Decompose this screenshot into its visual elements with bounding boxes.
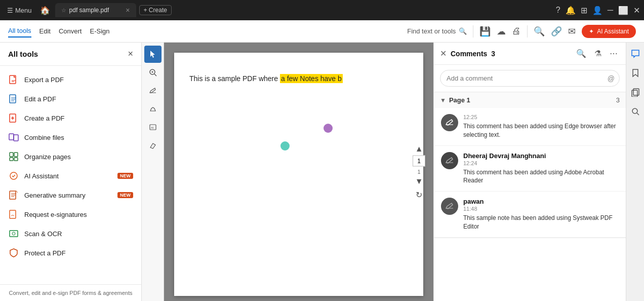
ocr-tool-button[interactable]: AI <box>144 119 162 136</box>
sidebar-item-scan-ocr[interactable]: Scan & OCR <box>0 224 141 243</box>
sidebar: All tools × Export a PDF Edit a PDF <box>0 43 142 301</box>
export-pdf-label: Export a PDF <box>24 76 64 84</box>
comments-filter-button[interactable]: ⚗ <box>592 48 603 59</box>
nav-esign[interactable]: E-Sign <box>90 25 109 37</box>
scroll-down-button[interactable]: ▼ <box>415 177 423 186</box>
find-text-bar[interactable]: Find text or tools 🔍 <box>407 27 467 35</box>
nav-edit[interactable]: Edit <box>39 25 51 37</box>
pdf-viewer[interactable]: This is a sample PDF where a few Notes h… <box>164 43 433 301</box>
generative-summary-label: Generative summary <box>24 192 86 199</box>
apps-icon[interactable]: ⊞ <box>581 6 587 15</box>
restore-icon[interactable]: ⬜ <box>618 6 628 15</box>
sidebar-item-organize-pages[interactable]: Organize pages <box>0 147 141 166</box>
home-button[interactable]: 🏠 <box>38 4 52 17</box>
comments-panel-toggle[interactable] <box>628 47 642 61</box>
ai-assistant-button[interactable]: ✦ AI Assistant <box>582 25 636 38</box>
comment-time-3: 11:48 <box>463 206 619 212</box>
ai-assistant-badge: NEW <box>117 173 133 179</box>
zoom-tool-button[interactable] <box>144 64 162 81</box>
scroll-up-button[interactable]: ▲ <box>415 144 423 154</box>
svg-text:AI: AI <box>151 126 154 129</box>
pdf-text-before: This is a sample PDF where <box>189 74 280 83</box>
profile-icon[interactable]: 👤 <box>592 6 602 15</box>
menu-button[interactable]: ☰ Menu <box>4 5 35 16</box>
bookmark-panel-toggle[interactable] <box>628 66 642 80</box>
ai-assistant-icon <box>8 170 19 181</box>
page-group-header[interactable]: ▼ Page 1 3 <box>434 92 626 108</box>
organize-pages-icon <box>8 151 19 162</box>
comment-time-2: 12:24 <box>463 160 619 166</box>
comments-more-button[interactable]: ⋯ <box>608 48 620 59</box>
sidebar-item-combine-files[interactable]: Combine files <box>0 128 141 147</box>
pdf-text-content: This is a sample PDF where a few Notes h… <box>189 73 408 84</box>
close-icon[interactable]: ✕ <box>633 6 640 15</box>
comment-author-3: pawan <box>463 198 619 205</box>
search-panel-toggle[interactable] <box>628 104 642 119</box>
nav-convert[interactable]: Convert <box>59 25 82 37</box>
mention-icon[interactable]: @ <box>608 74 615 83</box>
nav-all-tools[interactable]: All tools <box>8 25 31 37</box>
toolbar-divider <box>473 25 473 37</box>
sidebar-item-request-esignatures[interactable]: Request e-signatures <box>0 205 141 224</box>
request-esignatures-label: Request e-signatures <box>24 211 87 218</box>
browser-bar-left: ☰ Menu 🏠 ☆ pdf sample.pdf × + Create <box>4 3 172 17</box>
annotation-dot-purple[interactable] <box>324 124 333 133</box>
comment-item-1: 12:25 This comment has been added using … <box>434 108 626 146</box>
sidebar-title: All tools <box>8 50 38 58</box>
sidebar-item-protect-pdf[interactable]: Protect a PDF <box>0 243 141 262</box>
refresh-button[interactable]: ↻ <box>416 190 422 200</box>
tools-panel: AI <box>142 43 164 301</box>
mail-icon[interactable]: ✉ <box>568 26 576 37</box>
stamp-tool-button[interactable] <box>144 100 162 118</box>
print-icon[interactable]: 🖨 <box>512 26 521 36</box>
save-icon[interactable]: 💾 <box>479 26 491 37</box>
comments-panel: ✕ Comments 3 🔍 ⚗ ⋯ @ ▼ Page 1 3 <box>433 43 626 301</box>
pdf-text-highlighted: a few Notes have b <box>280 74 343 83</box>
ai-assistant-label: AI Assistant <box>24 172 59 180</box>
upload-icon[interactable]: ☁ <box>497 26 506 37</box>
comment-avatar-2 <box>441 152 458 169</box>
sidebar-close-button[interactable]: × <box>128 49 133 59</box>
sidebar-item-ai-assistant[interactable]: AI Assistant NEW <box>0 166 141 185</box>
link-icon[interactable]: 🔗 <box>551 26 562 37</box>
browser-tab[interactable]: ☆ pdf sample.pdf × <box>55 3 136 17</box>
sidebar-item-export-pdf[interactable]: Export a PDF <box>0 70 141 89</box>
current-page-box[interactable]: 1 <box>413 156 425 167</box>
eraser-tool-button[interactable] <box>144 137 162 154</box>
page-group-count: 3 <box>616 96 620 104</box>
sidebar-item-create-pdf[interactable]: Create a PDF <box>0 108 141 128</box>
generative-summary-badge: NEW <box>117 192 133 198</box>
annotation-dot-teal[interactable] <box>280 141 290 150</box>
notifications-icon[interactable]: 🔔 <box>566 6 576 15</box>
combine-files-label: Combine files <box>24 134 64 141</box>
sidebar-item-edit-pdf[interactable]: Edit a PDF <box>0 89 141 108</box>
edit-pdf-icon <box>8 93 19 104</box>
annotate-tool-button[interactable] <box>144 82 162 99</box>
svg-line-27 <box>637 113 639 115</box>
new-tab-button[interactable]: + Create <box>139 5 172 15</box>
comments-list: ▼ Page 1 3 12:25 This comment has been a… <box>434 92 626 301</box>
copy-panel-toggle[interactable] <box>628 85 642 99</box>
tab-close-button[interactable]: × <box>126 6 130 14</box>
help-icon[interactable]: ? <box>556 6 560 15</box>
menu-icon: ☰ <box>7 7 13 14</box>
zoom-icon[interactable]: 🔍 <box>534 26 545 37</box>
minimize-icon[interactable]: ─ <box>608 6 613 15</box>
generative-summary-icon <box>8 190 19 201</box>
browser-bar-right: ? 🔔 ⊞ 👤 ─ ⬜ ✕ <box>556 6 640 15</box>
add-comment-input[interactable] <box>440 70 620 87</box>
request-esignatures-icon <box>8 209 19 220</box>
comment-text-2: This comment has been added using Adobe … <box>463 168 619 185</box>
edit-pdf-label: Edit a PDF <box>24 95 56 103</box>
comments-search-button[interactable]: 🔍 <box>574 48 588 59</box>
comments-close-button[interactable]: ✕ <box>440 49 447 58</box>
sidebar-footer: Convert, edit and e-sign PDF forms & agr… <box>0 284 141 301</box>
comments-title: Comments 3 <box>451 50 570 58</box>
select-tool-button[interactable] <box>144 46 162 63</box>
toolbar-nav: All tools Edit Convert E-Sign <box>8 25 110 37</box>
sidebar-item-generative-summary[interactable]: Generative summary NEW <box>0 185 141 205</box>
page-counter-area: ▲ 1 1 ▼ ↻ <box>413 144 425 200</box>
svg-rect-1 <box>10 95 16 103</box>
create-pdf-label: Create a PDF <box>24 115 64 122</box>
comment-text-3: This sample note has been added using Sy… <box>463 214 619 231</box>
